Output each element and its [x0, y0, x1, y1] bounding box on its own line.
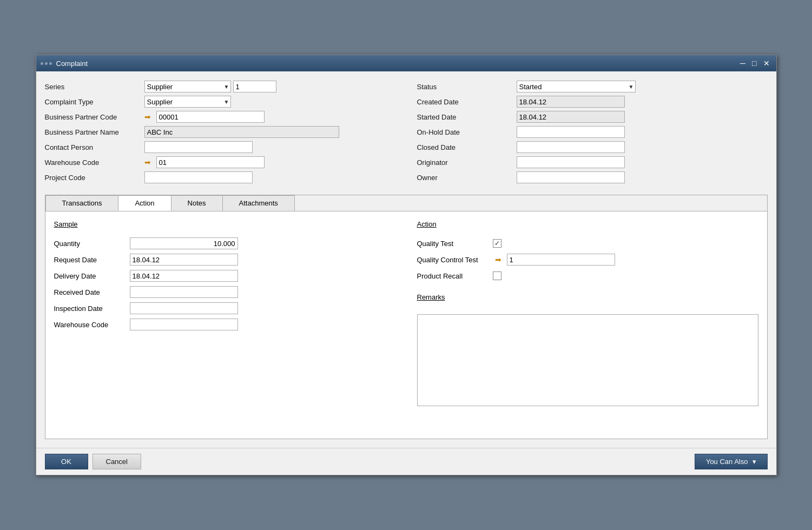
- owner-label: Owner: [417, 174, 514, 182]
- bp-code-label: Business Partner Code: [45, 113, 142, 121]
- series-number-input[interactable]: [233, 81, 276, 92]
- quality-control-arrow-icon: ➡: [495, 255, 505, 264]
- bp-code-input[interactable]: [156, 111, 265, 123]
- tabs-content: Sample Quantity Request Date Delivery Da…: [45, 211, 767, 439]
- status-label: Status: [417, 83, 514, 91]
- created-date-row: Created Date: [417, 95, 768, 108]
- close-button[interactable]: ✕: [761, 59, 772, 67]
- remarks-textarea[interactable]: [417, 314, 758, 406]
- bp-name-label: Business Partner Name: [45, 128, 142, 136]
- status-select-wrapper: Started ▼: [517, 81, 636, 92]
- complaint-type-row: Complaint Type Supplier ▼: [45, 95, 395, 108]
- minimize-button[interactable]: ─: [738, 59, 748, 67]
- series-label: Series: [45, 83, 142, 91]
- form-left: Series Supplier ▼ Complaint Type Supplie…: [45, 80, 395, 184]
- you-can-also-button[interactable]: You Can Also ▾: [695, 454, 768, 469]
- sample-warehouse-code-label: Warehouse Code: [54, 321, 130, 329]
- tab-attachments[interactable]: Attachments: [222, 195, 295, 211]
- owner-row: Owner: [417, 171, 768, 184]
- remarks-title: Remarks: [417, 293, 758, 301]
- warehouse-code-label: Warehouse Code: [45, 158, 142, 167]
- onhold-date-row: On-Hold Date: [417, 125, 768, 138]
- sample-title: Sample: [54, 220, 395, 228]
- contact-person-label: Contact Person: [45, 143, 142, 151]
- tabs-inner-grid: Sample Quantity Request Date Delivery Da…: [54, 220, 758, 408]
- owner-input[interactable]: [517, 171, 625, 183]
- received-date-row: Received Date: [54, 286, 395, 299]
- contact-person-input[interactable]: [144, 141, 253, 153]
- delivery-date-input[interactable]: [130, 270, 238, 282]
- window-title: Complaint: [56, 59, 88, 68]
- request-date-label: Request Date: [54, 256, 130, 264]
- closed-date-label: Closed Date: [417, 143, 514, 151]
- series-row: Series Supplier ▼: [45, 80, 395, 93]
- title-bar: Complaint ─ □ ✕: [36, 55, 776, 71]
- received-date-input[interactable]: [130, 286, 238, 298]
- form-grid: Series Supplier ▼ Complaint Type Supplie…: [45, 80, 768, 184]
- quantity-input[interactable]: [130, 237, 238, 249]
- contact-person-row: Contact Person: [45, 141, 395, 154]
- originator-row: Originator: [417, 156, 768, 169]
- complaint-type-select-wrapper: Supplier ▼: [144, 96, 231, 108]
- cancel-button[interactable]: Cancel: [93, 454, 141, 469]
- remarks-section: Remarks: [417, 293, 758, 408]
- sample-section: Sample Quantity Request Date Delivery Da…: [54, 220, 395, 408]
- action-section: Action Quality Test ✓ Quality Control Te…: [417, 220, 758, 408]
- product-recall-checkbox[interactable]: [493, 271, 501, 280]
- delivery-date-label: Delivery Date: [54, 272, 130, 280]
- request-date-input[interactable]: [130, 254, 238, 266]
- bp-name-input[interactable]: [144, 126, 339, 138]
- quality-test-row: Quality Test ✓: [417, 237, 758, 250]
- sample-warehouse-code-row: Warehouse Code: [54, 318, 395, 331]
- tab-notes[interactable]: Notes: [171, 195, 223, 211]
- started-date-label: Started Date: [417, 113, 514, 121]
- inspection-date-input[interactable]: [130, 302, 238, 314]
- project-code-row: Project Code: [45, 171, 395, 184]
- inspection-date-label: Inspection Date: [54, 304, 130, 313]
- project-code-label: Project Code: [45, 174, 142, 182]
- status-select[interactable]: Started: [517, 81, 636, 92]
- created-date-input[interactable]: [517, 96, 625, 108]
- complaint-type-select[interactable]: Supplier: [144, 96, 231, 108]
- onhold-date-label: On-Hold Date: [417, 128, 514, 136]
- you-can-also-label: You Can Also: [706, 458, 748, 466]
- closed-date-input[interactable]: [517, 141, 625, 153]
- maximize-button[interactable]: □: [750, 59, 758, 67]
- quality-control-test-input[interactable]: [507, 254, 615, 266]
- warehouse-code-input[interactable]: [156, 156, 265, 168]
- quality-test-check-icon: ✓: [494, 240, 500, 247]
- quality-test-label: Quality Test: [417, 240, 493, 248]
- quality-control-test-row: Quality Control Test ➡: [417, 253, 758, 266]
- ok-button[interactable]: OK: [45, 454, 88, 469]
- title-bar-controls: ─ □ ✕: [738, 59, 771, 67]
- quantity-label: Quantity: [54, 240, 130, 248]
- tab-action[interactable]: Action: [118, 195, 171, 211]
- you-can-also-arrow-icon: ▾: [752, 458, 756, 466]
- product-recall-label: Product Recall: [417, 272, 493, 280]
- title-bar-left: Complaint: [41, 59, 88, 68]
- sample-warehouse-code-input[interactable]: [130, 319, 238, 330]
- tabs-header: Transactions Action Notes Attachments: [45, 195, 767, 211]
- project-code-input[interactable]: [144, 171, 253, 183]
- tabs-container: Transactions Action Notes Attachments Sa…: [45, 195, 768, 439]
- complaint-type-label: Complaint Type: [45, 98, 142, 106]
- request-date-row: Request Date: [54, 253, 395, 266]
- window-body: Series Supplier ▼ Complaint Type Supplie…: [36, 71, 776, 448]
- bottom-left-buttons: OK Cancel: [45, 454, 141, 469]
- originator-input[interactable]: [517, 156, 625, 168]
- tab-transactions[interactable]: Transactions: [45, 195, 119, 211]
- series-select-wrapper: Supplier ▼: [144, 81, 231, 92]
- form-right: Status Started ▼ Created Date Started Da…: [417, 80, 768, 184]
- series-select[interactable]: Supplier: [144, 81, 231, 92]
- complaint-window: Complaint ─ □ ✕ Series Supplier ▼: [36, 55, 777, 475]
- bottom-bar: OK Cancel You Can Also ▾: [36, 448, 776, 475]
- delivery-date-row: Delivery Date: [54, 269, 395, 282]
- created-date-label: Created Date: [417, 98, 514, 106]
- action-title: Action: [417, 220, 758, 228]
- closed-date-row: Closed Date: [417, 141, 768, 154]
- status-row: Status Started ▼: [417, 80, 768, 93]
- quality-test-checkbox[interactable]: ✓: [493, 239, 501, 248]
- started-date-row: Started Date: [417, 110, 768, 123]
- started-date-input[interactable]: [517, 111, 625, 123]
- onhold-date-input[interactable]: [517, 126, 625, 138]
